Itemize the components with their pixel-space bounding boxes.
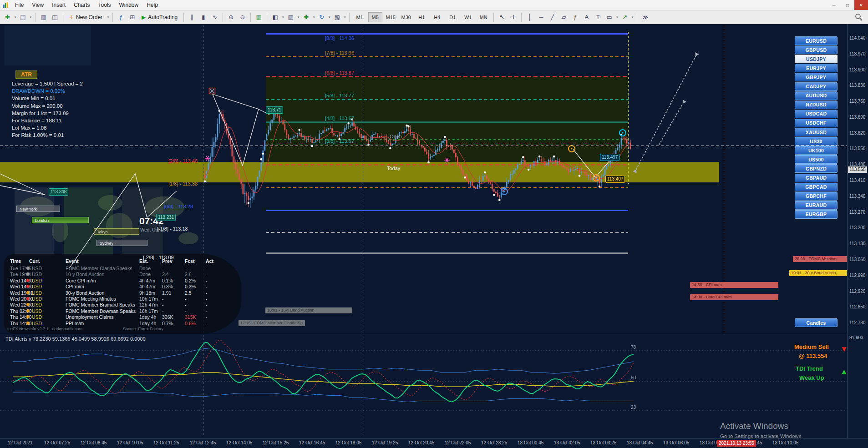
timeframe-mn[interactable]: MN <box>476 12 491 22</box>
candles-button[interactable]: Candles <box>795 318 838 327</box>
news-row-forecast: 315K <box>185 314 196 320</box>
news-row-event: Core CPI m/m <box>66 278 96 283</box>
fibonacci-icon[interactable]: ƒ <box>570 12 580 22</box>
pair-button-usdjpy[interactable]: USDJPY <box>795 55 838 63</box>
line-chart-icon[interactable]: ∿ <box>209 12 220 22</box>
pair-button-eurgbp[interactable]: EURGBP <box>795 210 838 219</box>
pair-button-euraud[interactable]: EURAUD <box>795 201 838 210</box>
search-icon[interactable] <box>854 13 863 22</box>
price-scale[interactable]: 114.040113.970113.900113.830113.760113.6… <box>847 24 868 448</box>
dropdown-arrow-icon[interactable]: ▾ <box>29 15 33 19</box>
minimize-button[interactable]: ─ <box>827 0 841 10</box>
timeframe-m30[interactable]: M30 <box>399 12 413 22</box>
timeframe-h4[interactable]: H4 <box>430 12 444 22</box>
timeframe-m5[interactable]: M5 <box>368 12 382 22</box>
dropdown-arrow-icon[interactable]: ▾ <box>281 15 285 19</box>
menu-item-view[interactable]: View <box>28 0 48 10</box>
menu-item-tools[interactable]: Tools <box>94 0 115 10</box>
zoom-out-icon[interactable]: ⊖ <box>237 12 248 22</box>
news-row-currency: USD <box>32 272 42 277</box>
timeframe-m15[interactable]: M15 <box>383 12 398 22</box>
label-icon[interactable]: T <box>593 12 603 22</box>
dropdown-arrow-icon[interactable]: ▾ <box>13 15 17 19</box>
timeframe-h1[interactable]: H1 <box>414 12 429 22</box>
menu-item-window[interactable]: Window <box>115 0 143 10</box>
news-row-currency: USD <box>32 308 42 314</box>
cursor-icon[interactable]: ↖ <box>497 12 507 22</box>
pair-button-gbpusd[interactable]: GBPUSD <box>795 45 838 54</box>
menu-item-help[interactable]: Help <box>142 0 162 10</box>
pair-button-gbpaud[interactable]: GBPAUD <box>795 174 838 182</box>
arrows-icon[interactable]: ↗ <box>619 12 630 22</box>
vertical-line-icon[interactable]: │ <box>524 12 535 22</box>
close-button[interactable]: ✕ <box>854 0 868 10</box>
autotrading-button[interactable]: ▶AutoTrading <box>138 13 181 21</box>
timeframe-m1[interactable]: M1 <box>352 12 367 22</box>
news-row-forecast: - <box>185 308 187 314</box>
grid-icon[interactable]: ▦ <box>254 12 264 22</box>
periods-icon[interactable]: ↻ <box>316 12 327 22</box>
dropdown-arrow-icon[interactable]: ▾ <box>296 15 300 19</box>
menu-item-file[interactable]: File <box>11 0 28 10</box>
menu-item-insert[interactable]: Insert <box>48 0 70 10</box>
zoom-in-icon[interactable]: ⊕ <box>226 12 236 22</box>
candlestick-chart-icon[interactable]: ▮ <box>198 12 208 22</box>
pair-button-audusd[interactable]: AUDUSD <box>795 91 838 100</box>
pair-button-gbpnzd[interactable]: GBPNZD <box>795 164 838 173</box>
news-row-previous: - <box>162 302 164 307</box>
bar-chart-icon[interactable]: ∥ <box>187 12 197 22</box>
timeframe-w1[interactable]: W1 <box>461 12 475 22</box>
news-col-header: Fcst <box>185 258 195 264</box>
menu-item-charts[interactable]: Charts <box>70 0 94 10</box>
new-chart-icon[interactable]: ✚ <box>2 12 13 22</box>
restore-button[interactable]: □ <box>841 0 854 10</box>
time-axis[interactable]: 12 Oct 202112 Oct 07:2512 Oct 08:4512 Oc… <box>0 438 868 448</box>
pair-button-uk100[interactable]: UK100 <box>795 146 838 155</box>
pair-button-us500[interactable]: US500 <box>795 155 838 164</box>
navigator-icon[interactable]: ◫ <box>50 12 60 22</box>
new-order-button[interactable]: ✛New Order <box>66 13 106 21</box>
pair-button-eurusd[interactable]: EURUSD <box>795 36 838 45</box>
metaeditor-icon[interactable]: ƒ <box>116 12 126 22</box>
market-watch-icon[interactable]: ▦ <box>38 12 49 22</box>
channel-icon[interactable]: ▱ <box>558 12 569 22</box>
pair-button-gbpcad[interactable]: GBPCAD <box>795 183 838 191</box>
terminal-icon[interactable]: ⊞ <box>127 12 137 22</box>
cascade-windows-icon[interactable]: ▥ <box>285 12 296 22</box>
trendline-icon[interactable]: ╱ <box>547 12 558 22</box>
indicators-icon[interactable]: ✚ <box>301 12 311 22</box>
shapes-icon[interactable]: ▭ <box>604 12 614 22</box>
crosshair-icon[interactable]: ✛ <box>508 12 518 22</box>
dropdown-arrow-icon[interactable]: ▾ <box>343 15 347 19</box>
step-forward-icon[interactable]: ≫ <box>640 12 650 22</box>
dropdown-arrow-icon[interactable]: ▾ <box>630 15 635 19</box>
dropdown-arrow-icon[interactable]: ▾ <box>106 15 110 19</box>
impact-dot-icon <box>26 297 30 300</box>
pair-button-usdchf[interactable]: USDCHF <box>795 119 838 127</box>
pair-button-eurjpy[interactable]: EURJPY <box>795 64 838 72</box>
tile-windows-icon[interactable]: ◧ <box>270 12 280 22</box>
dropdown-arrow-icon[interactable]: ▾ <box>327 15 331 19</box>
news-row-actual: - <box>206 290 208 296</box>
pair-button-xauusd[interactable]: XAUUSD <box>795 128 838 136</box>
pair-button-us30[interactable]: US30 <box>795 137 838 146</box>
news-row-time: Wed 20:00 <box>10 296 33 302</box>
news-row-currency: USD <box>32 290 42 296</box>
news-row-estimate: 1day 4h <box>139 314 156 320</box>
pair-button-cadjpy[interactable]: CADJPY <box>795 82 838 91</box>
dropdown-arrow-icon[interactable]: ▾ <box>615 15 619 19</box>
price-tick-label: 113.620 <box>849 131 865 136</box>
pair-button-gbpjpy[interactable]: GBPJPY <box>795 73 838 81</box>
pair-button-gbpchf[interactable]: GBPCHF <box>795 192 838 201</box>
horizontal-line-icon[interactable]: ─ <box>536 12 546 22</box>
news-event-flag: 19:01 - 30-y Bond Auctio <box>789 270 851 276</box>
chart-profiles-icon[interactable]: ▤ <box>18 12 28 22</box>
text-icon[interactable]: A <box>581 12 592 22</box>
timeframe-d1[interactable]: D1 <box>445 12 460 22</box>
pair-button-nzdusd[interactable]: NZDUSD <box>795 101 838 109</box>
news-col-header: Prev <box>162 258 173 264</box>
dropdown-arrow-icon[interactable]: ▾ <box>312 15 316 19</box>
templates-icon[interactable]: ▧ <box>332 12 342 22</box>
atr-badge[interactable]: ATR <box>15 70 37 79</box>
pair-button-usdcad[interactable]: USDCAD <box>795 110 838 118</box>
